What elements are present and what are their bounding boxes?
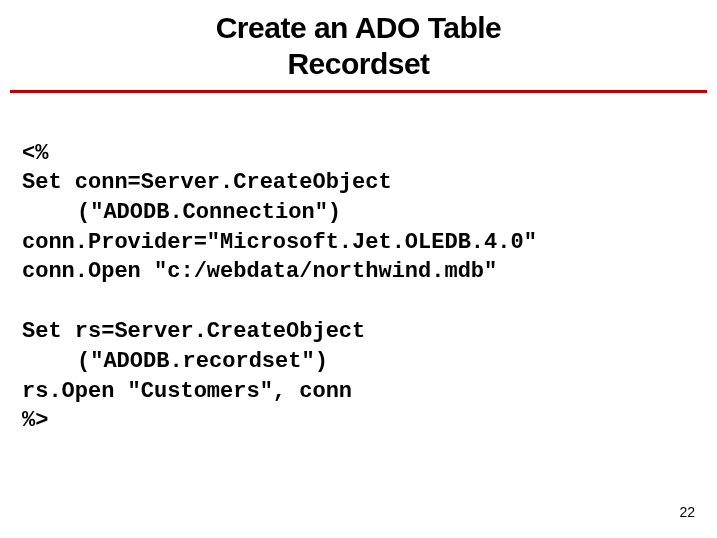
code-line: Set conn=Server.CreateObject xyxy=(22,170,392,195)
code-block: <% Set conn=Server.CreateObject ("ADODB.… xyxy=(0,109,717,436)
blank-line xyxy=(22,287,707,317)
code-line: <% xyxy=(22,141,48,166)
code-line: Set rs=Server.CreateObject xyxy=(22,319,365,344)
code-line-indent: ("ADODB.Connection") xyxy=(22,198,707,228)
slide-title: Create an ADO Table Recordset xyxy=(0,0,717,90)
title-line-1: Create an ADO Table xyxy=(0,10,717,46)
code-line-indent: ("ADODB.recordset") xyxy=(22,347,707,377)
title-line-2: Recordset xyxy=(0,46,717,82)
title-underline xyxy=(10,90,707,93)
code-line: conn.Open "c:/webdata/northwind.mdb" xyxy=(22,259,497,284)
code-line: rs.Open "Customers", conn xyxy=(22,379,352,404)
page-number: 22 xyxy=(679,504,695,520)
code-line: %> xyxy=(22,408,48,433)
code-line: conn.Provider="Microsoft.Jet.OLEDB.4.0" xyxy=(22,230,537,255)
